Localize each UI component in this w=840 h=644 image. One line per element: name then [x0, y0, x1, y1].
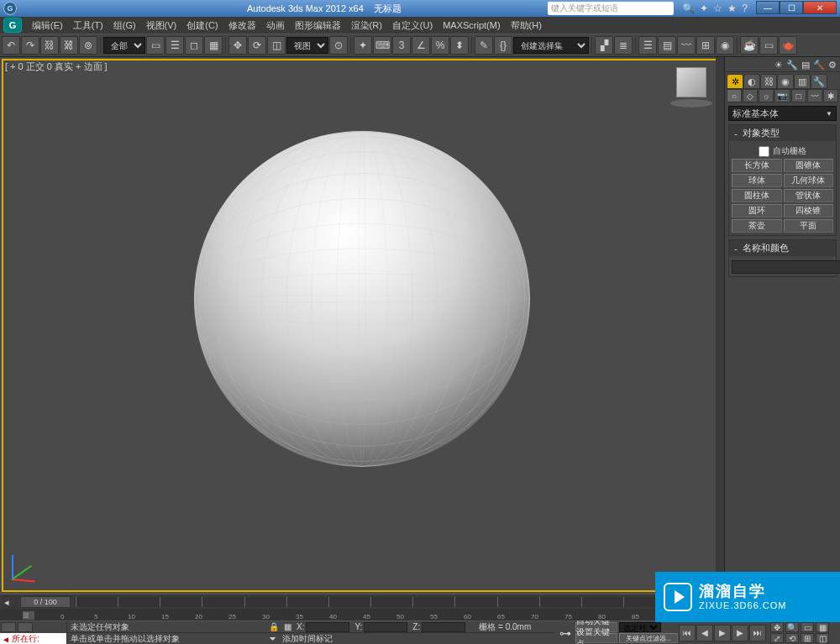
undo-button[interactable]: ↶ [2, 36, 20, 55]
menu-customize[interactable]: 自定义(U) [387, 19, 438, 32]
type-teapot-button[interactable]: 茶壶 [732, 219, 782, 233]
subtab-lights[interactable]: ☼ [759, 89, 774, 102]
tab-hierarchy[interactable]: ⛓ [760, 74, 777, 89]
select-rotate-button[interactable]: ⟳ [248, 36, 266, 55]
select-region-button[interactable]: ◻ [185, 36, 203, 55]
setkey-button[interactable]: 设置关键点 [575, 633, 617, 643]
ref-coord-dropdown[interactable]: 视图 [286, 37, 328, 54]
lock-selection-icon[interactable]: 🔒 [269, 622, 279, 631]
time-config-icon[interactable]: ◂ [3, 596, 17, 608]
subtab-cameras[interactable]: 📷 [774, 89, 790, 102]
type-torus-button[interactable]: 圆环 [732, 204, 782, 217]
maximize-button[interactable]: ☐ [780, 1, 803, 14]
application-menu-button[interactable]: G [3, 18, 22, 33]
menu-view[interactable]: 视图(V) [141, 19, 182, 32]
viewcube-cube-icon[interactable] [676, 67, 706, 97]
snap-toggle-button[interactable]: 3 [392, 36, 411, 55]
curve-editor-button[interactable]: 〰 [677, 36, 696, 55]
graphite-tools-button[interactable]: ▤ [658, 36, 676, 55]
selected-dropdown[interactable]: 选定对象 [619, 622, 661, 632]
menu-help[interactable]: 帮助(H) [506, 19, 547, 32]
angle-snap-button[interactable]: ∠ [412, 36, 430, 55]
goto-end-button[interactable]: ⏭ [749, 625, 766, 641]
type-cone-button[interactable]: 圆锥体 [784, 159, 834, 172]
connectivity-icon[interactable]: ✦ [700, 3, 708, 14]
percent-snap-button[interactable]: % [431, 36, 449, 55]
light-icon[interactable]: ☀ [773, 59, 785, 71]
current-row-field[interactable]: 所在行: [0, 633, 66, 644]
time-tag-icon[interactable]: ⏷ [269, 634, 277, 643]
prev-frame-button[interactable]: ◀ [696, 625, 713, 641]
viewcube[interactable] [670, 65, 712, 107]
subtab-shapes[interactable]: ◇ [743, 89, 758, 102]
menu-animation[interactable]: 动画 [261, 19, 290, 32]
nav-pan-icon[interactable]: ✥ [770, 622, 784, 632]
edit-named-sel-button[interactable]: ✎ [475, 36, 493, 55]
app-logo-icon[interactable]: G [3, 2, 17, 15]
render-setup-button[interactable]: ☕ [740, 36, 759, 55]
keyboard-shortcut-button[interactable]: ⌨ [373, 36, 391, 55]
close-button[interactable]: ✕ [803, 1, 837, 14]
type-sphere-button[interactable]: 球体 [732, 174, 782, 187]
tab-display[interactable]: ▥ [794, 74, 811, 89]
type-plane-button[interactable]: 平面 [784, 219, 834, 233]
type-tube-button[interactable]: 管状体 [784, 189, 834, 202]
tab-motion[interactable]: ◉ [777, 74, 794, 89]
menu-maxscript[interactable]: MAXScript(M) [438, 20, 505, 30]
layers-button[interactable]: ☰ [638, 36, 657, 55]
keyfilters-button[interactable]: 关键点过滤器... [619, 633, 678, 643]
type-pyramid-button[interactable]: 四棱锥 [784, 204, 834, 217]
play-button[interactable]: ▶ [714, 625, 731, 641]
menu-group[interactable]: 组(G) [108, 19, 141, 32]
window-crossing-button[interactable]: ▦ [204, 36, 223, 55]
y-input[interactable] [364, 622, 407, 632]
align-button[interactable]: ≣ [614, 36, 633, 55]
tab-utilities[interactable]: 🔧 [811, 74, 827, 89]
exchange-icon[interactable]: ☆ [713, 3, 722, 14]
subtab-spacewarps[interactable]: 〰 [807, 89, 822, 102]
viewport-divider[interactable] [716, 57, 724, 594]
menu-rendering[interactable]: 渲染(R) [346, 19, 387, 32]
named-selection-dropdown[interactable]: 创建选择集 [513, 37, 589, 54]
unlink-button[interactable]: ⛓̸ [60, 36, 78, 55]
utilities-icon[interactable]: ⚙ [827, 59, 838, 71]
select-move-button[interactable]: ✥ [228, 36, 247, 55]
rendered-frame-button[interactable]: ▭ [759, 36, 778, 55]
menu-create[interactable]: 创建(C) [181, 19, 223, 32]
goto-start-button[interactable]: ⏮ [679, 625, 696, 641]
tab-create[interactable]: ✲ [727, 74, 743, 89]
trackbar-toggle-icon[interactable]: ▥ [22, 610, 35, 620]
use-pivot-center-button[interactable]: ⊙ [329, 36, 348, 55]
manipulate-button[interactable]: ✦ [354, 36, 372, 55]
minimize-button[interactable]: — [756, 1, 780, 14]
selection-filter-dropdown[interactable]: 全部 [103, 37, 145, 54]
z-input[interactable] [422, 622, 465, 632]
macro-recorder-icon[interactable] [18, 622, 33, 632]
display-icon[interactable]: ▤ [800, 59, 811, 71]
subtab-geometry[interactable]: ○ [727, 89, 742, 102]
menu-edit[interactable]: 编辑(E) [27, 19, 68, 32]
coord-display-icon[interactable]: ▦ [284, 622, 291, 631]
rollout-header-name-color[interactable]: 名称和颜色 [729, 240, 836, 256]
x-input[interactable] [306, 622, 349, 632]
next-frame-button[interactable]: ▶ [732, 625, 748, 641]
render-production-button[interactable]: 🫖 [779, 36, 797, 55]
key-mode-icon[interactable]: ⊶ [559, 626, 571, 640]
nav-zoomall-icon[interactable]: ▦ [816, 622, 829, 632]
subtab-systems[interactable]: ✱ [823, 89, 838, 102]
mirror-button[interactable]: ▞ [595, 36, 613, 55]
nav-fov-icon[interactable]: ▭ [801, 622, 814, 632]
named-sel-sets-icon[interactable]: {} [494, 36, 512, 55]
help-icon[interactable]: ? [742, 3, 748, 14]
nav-region-icon[interactable]: ◫ [816, 633, 829, 643]
time-slider[interactable]: 0 / 100 [20, 596, 71, 608]
viewport[interactable]: [ + 0 正交 0 真实 + 边面 ] [0, 57, 724, 594]
menu-modifiers[interactable]: 修改器 [223, 19, 261, 32]
spinner-snap-button[interactable]: ⬍ [450, 36, 469, 55]
nav-orbit-icon[interactable]: ⟲ [785, 633, 799, 643]
material-editor-button[interactable]: ◉ [716, 36, 734, 55]
add-time-tag-button[interactable]: 添加时间标记 [282, 633, 333, 645]
menu-grapheditors[interactable]: 图形编辑器 [290, 19, 346, 32]
subtab-helpers[interactable]: □ [791, 89, 806, 102]
maxscript-mini-listener-icon[interactable] [1, 622, 16, 632]
